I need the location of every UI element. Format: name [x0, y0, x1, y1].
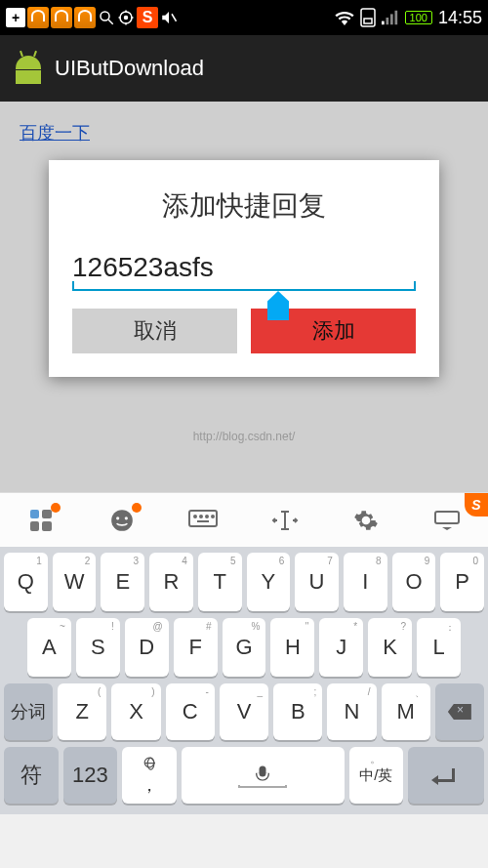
sogou-icon: S — [137, 7, 158, 28]
svg-point-19 — [194, 516, 196, 517]
app-icon — [14, 54, 43, 83]
battery-indicator: 100 — [405, 11, 432, 24]
key-d[interactable]: @D — [125, 618, 169, 677]
svg-point-3 — [125, 17, 128, 20]
dialog: 添加快捷回复 取消 添加 — [49, 160, 439, 377]
clock: 14:55 — [438, 8, 482, 28]
ime-settings-icon[interactable] — [350, 505, 382, 536]
svg-point-22 — [212, 516, 214, 517]
svg-point-17 — [125, 517, 128, 519]
ime-cursor-icon[interactable] — [269, 505, 301, 536]
key-s[interactable]: !S — [76, 618, 120, 677]
status-left-icons: + S — [6, 7, 178, 28]
svg-line-8 — [172, 14, 177, 21]
svg-point-20 — [200, 516, 202, 517]
svg-line-1 — [108, 20, 113, 24]
content-area: 百度一下 http://blog.csdn.net/ 添加快捷回复 取消 添加 — [0, 102, 488, 492]
key-分词[interactable]: 分词 — [4, 683, 53, 740]
key-q[interactable]: 1Q — [4, 553, 48, 611]
action-bar: UIButDownload — [0, 35, 488, 102]
mute-icon — [160, 9, 178, 26]
key-u[interactable]: 7U — [295, 553, 339, 611]
status-right-icons: 100 14:55 — [335, 8, 482, 28]
key-y[interactable]: 6Y — [247, 553, 291, 611]
ime-toolbar: S — [0, 492, 488, 547]
key-numbers[interactable]: 123 — [63, 747, 118, 804]
text-cursor-handle[interactable] — [267, 291, 289, 320]
keyboard: 1Q2W3E4R5T6Y7U8I9O0P ~A!S@D#F%G"H*J?K：L … — [0, 547, 488, 814]
ime-emoji-icon[interactable] — [106, 505, 138, 536]
svg-point-16 — [116, 517, 119, 519]
watermark: http://blog.csdn.net/ — [0, 430, 488, 443]
key-a[interactable]: ~A — [27, 618, 71, 677]
uc-browser-icon — [74, 7, 96, 28]
baidu-link[interactable]: 百度一下 — [20, 123, 90, 143]
key-p[interactable]: 0P — [440, 553, 484, 611]
svg-rect-12 — [386, 18, 388, 24]
sim-icon — [360, 8, 376, 27]
key-g[interactable]: %G — [223, 618, 266, 677]
key-symbols[interactable]: 符 — [4, 747, 59, 804]
key-l[interactable]: ：L — [417, 618, 461, 677]
key-x[interactable]: )X — [111, 683, 160, 740]
key-r[interactable]: 4R — [149, 553, 193, 611]
uc-browser-icon — [51, 7, 72, 28]
key-z[interactable]: (Z — [58, 683, 106, 740]
cancel-button[interactable]: 取消 — [72, 309, 237, 353]
key-c[interactable]: -C — [166, 683, 215, 740]
key-h[interactable]: "H — [270, 618, 314, 677]
svg-rect-25 — [435, 512, 459, 523]
key-b[interactable]: ;B — [273, 683, 322, 740]
plus-icon: + — [6, 8, 25, 27]
ime-keyboard-icon[interactable] — [187, 505, 219, 536]
key-k[interactable]: ?K — [368, 618, 412, 677]
status-bar: + S 100 14:55 — [0, 0, 488, 35]
key-lang-switch[interactable]: 。中/英 — [349, 747, 404, 804]
key-w[interactable]: 2W — [53, 553, 97, 611]
key-v[interactable]: _V — [220, 683, 268, 740]
svg-rect-10 — [364, 19, 372, 23]
ime-hide-icon[interactable] — [431, 505, 463, 536]
search-icon — [98, 9, 115, 26]
input-wrapper — [72, 252, 416, 291]
svg-rect-18 — [189, 511, 217, 526]
ime-apps-icon[interactable] — [25, 505, 57, 536]
svg-rect-11 — [382, 21, 385, 25]
location-icon — [117, 9, 135, 26]
key-t[interactable]: 5T — [198, 553, 242, 611]
key-i[interactable]: 8I — [344, 553, 387, 611]
uc-browser-icon — [27, 7, 49, 28]
wifi-icon — [335, 10, 354, 25]
svg-rect-13 — [390, 14, 393, 24]
key-enter[interactable] — [408, 747, 484, 804]
signal-icon — [382, 10, 399, 25]
key-e[interactable]: 3E — [101, 553, 144, 611]
key-comma[interactable]: ， — [122, 747, 177, 804]
svg-point-21 — [206, 516, 208, 517]
app-title: UIButDownload — [55, 56, 204, 81]
sogou-badge-icon[interactable]: S — [465, 493, 488, 517]
quick-reply-input[interactable] — [72, 252, 416, 283]
svg-point-0 — [101, 12, 109, 21]
key-o[interactable]: 9O — [392, 553, 436, 611]
key-m[interactable]: 、M — [382, 683, 430, 740]
svg-rect-14 — [394, 11, 397, 24]
dialog-title: 添加快捷回复 — [72, 187, 416, 225]
key-f[interactable]: #F — [174, 618, 218, 677]
key-space[interactable] — [182, 747, 345, 804]
key-n[interactable]: /N — [327, 683, 376, 740]
svg-point-15 — [111, 510, 133, 531]
key-j[interactable]: *J — [319, 618, 363, 677]
key-backspace[interactable] — [435, 683, 484, 740]
